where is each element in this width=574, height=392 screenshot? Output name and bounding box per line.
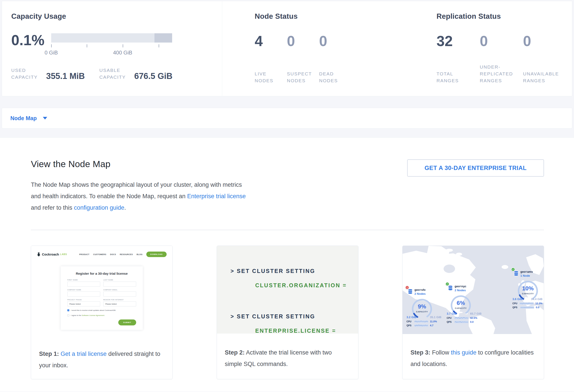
used-capacity-value: 355.1 MiB: [46, 72, 85, 80]
cpu-sparkline: [455, 317, 468, 319]
axis-tick: [51, 44, 52, 47]
node-map-dropdown-label[interactable]: Node Map: [10, 115, 37, 121]
node-map-dropdown[interactable]: Node Map: [2, 108, 572, 129]
capacity-total: 35.1 GiB: [430, 316, 441, 319]
nav-blog: BLOG: [137, 253, 143, 256]
node-map-preview: 1 geo=sfo 2 Nodes: [403, 246, 544, 334]
node-status-title: Node Status: [255, 12, 417, 20]
qps-sparkline: [520, 306, 534, 309]
capacity-usage-section: Capacity Usage 0.1% 0 GiB 400 GiB USED C…: [2, 1, 222, 96]
unavailable-ranges-value: 0: [523, 34, 566, 48]
company-name-label: COMPANY NAME: [67, 289, 100, 291]
chevron-down-icon: [43, 117, 47, 119]
capacity-bar-reserved-segment: [154, 33, 172, 42]
step3-pre-text: Follow: [430, 349, 451, 356]
cpu-label: CPU: [512, 302, 520, 305]
nav-product: PRODUCT: [79, 253, 89, 256]
cluster-summary-panel: Capacity Usage 0.1% 0 GiB 400 GiB USED C…: [2, 1, 572, 96]
locality-nyc: ✓ geo=nyc 2 Nodes: [447, 285, 482, 323]
capacity-percent-value: 6%: [450, 300, 472, 306]
section-divider: [31, 230, 544, 230]
total-ranges-label: TOTAL RANGES: [436, 70, 480, 84]
first-name-label: FIRST NAME: [67, 279, 100, 281]
step3-caption: Step 3: Follow this guide to configure l…: [403, 334, 544, 370]
company-email-field-image: [103, 291, 136, 297]
nav-customers: CUSTOMERS: [93, 253, 106, 256]
submit-button-image: SUBMIT: [118, 319, 136, 325]
capacity-percent-value: 9%: [411, 303, 432, 310]
trial-license-form-preview: Register for a 30-day trial license FIRS…: [61, 266, 143, 330]
locality-nodes: 1 Node: [520, 274, 542, 277]
capacity-total: 65.7 GiB: [470, 312, 482, 315]
checkbox-checked-icon: ✓: [67, 309, 69, 311]
under-replicated-ranges-value: 0: [480, 34, 523, 48]
step1-prefix: Step 1:: [39, 351, 59, 357]
under-replicated-ranges-label: UNDER-REPLICATED RANGES: [480, 63, 523, 84]
database-icon: [448, 285, 454, 291]
intro-text: and refer to this: [31, 204, 74, 211]
sql-arg-2: ENTERPRISE.LICENSE =: [255, 328, 358, 334]
qps-value: 0.0: [470, 320, 473, 323]
download-button-image: DOWNLOAD: [146, 252, 167, 257]
cpu-label: CPU: [407, 320, 414, 323]
node-status-section: Node Status 4 LIVE NODES 0 SUSPECT NODES…: [222, 1, 417, 96]
project-phase-select-image: Please Select: [67, 301, 100, 306]
form-title: Register for a 30-day trial license: [67, 272, 136, 275]
capacity-percent-value: 10%: [517, 285, 538, 292]
company-name-field-image: [67, 291, 100, 297]
capacity-bar: 0 GiB 400 GiB: [51, 33, 172, 58]
enterprise-trial-license-link[interactable]: Enterprise trial license: [187, 193, 246, 200]
project-phase-label: PROJECT PHASE: [67, 299, 100, 300]
checkbox-empty-icon: [67, 314, 69, 316]
dead-nodes-value: 0: [319, 34, 351, 48]
email-updates-checkbox-row: ✓ I would like to receive email updates …: [67, 309, 136, 312]
configuration-guide-link[interactable]: configuration guide: [74, 204, 124, 211]
site-nav: PRODUCT CUSTOMERS DOCS RESOURCES BLOG DO…: [79, 252, 167, 257]
step3-card: 1 geo=sfo 2 Nodes: [402, 246, 544, 379]
locality-sfo: 1 geo=sfo 2 Nodes: [407, 288, 441, 327]
cpu-sparkline: [520, 302, 533, 305]
live-nodes-stat: 4 LIVE NODES: [255, 34, 287, 84]
company-email-label: COMPANY EMAIL: [103, 289, 136, 291]
last-name-label: LAST NAME: [103, 279, 136, 281]
qps-label: QPS: [512, 306, 520, 309]
step3-prefix: Step 3:: [410, 349, 430, 356]
cockroach-icon: [37, 252, 41, 257]
replication-status-section: Replication Status 32 TOTAL RANGES 0 UND…: [417, 1, 572, 96]
locality-name: geo=nyc: [455, 285, 482, 288]
locality-name: geo=sfo: [414, 288, 441, 291]
first-name-field-image: [67, 281, 100, 287]
sql-command-2: > SET CLUSTER SETTING: [231, 313, 358, 320]
step2-card: > SET CLUSTER SETTING CLUSTER.ORGANIZATI…: [217, 246, 358, 379]
dead-nodes-stat: 0 DEAD NODES: [319, 34, 351, 84]
locality-nodes: 2 Nodes: [414, 292, 441, 296]
get-enterprise-trial-button[interactable]: GET A 30-DAY ENTERPRISE TRIAL: [407, 159, 544, 177]
last-name-field-image: [103, 281, 136, 287]
capacity-used: 3.6 GiB: [512, 298, 522, 301]
suspect-nodes-label: SUSPECT NODES: [287, 70, 319, 84]
locality-ams: ✓ geo=ams 1 Node: [512, 270, 542, 309]
get-trial-license-link[interactable]: Get a trial license: [61, 351, 107, 357]
license-agreement-checkbox-row: I agree to the Software License Agreemen…: [67, 314, 136, 317]
node-map-enterprise-panel: View the Node Map The Node Map shows the…: [0, 137, 574, 392]
axis-tick-label: 0 GiB: [44, 50, 58, 56]
reason-label: REASON FOR INTEREST: [103, 299, 136, 300]
this-guide-link[interactable]: this guide: [451, 349, 476, 356]
locality-name: geo=ams: [520, 270, 542, 273]
cpu-value: 42.5%: [470, 317, 477, 319]
locality-nodes: 2 Nodes: [455, 289, 482, 292]
agreement-pre-text: I agree to the: [71, 314, 82, 316]
registration-site-preview: Cockroach LABS PRODUCT CUSTOMERS DOCS RE…: [31, 246, 172, 330]
capacity-caption: CAPACITY: [517, 293, 538, 295]
capacity-axis: 0 GiB 400 GiB: [51, 42, 172, 58]
qps-sparkline: [455, 321, 468, 323]
cockroach-labs-logo: Cockroach LABS: [37, 252, 67, 257]
cpu-value: 11.0%: [430, 320, 437, 323]
axis-tick: [159, 44, 159, 47]
cpu-label: CPU: [447, 317, 455, 319]
nav-resources: RESOURCES: [120, 253, 133, 256]
intro-paragraph: The Node Map shows the geographical layo…: [31, 179, 249, 213]
total-ranges-stat: 32 TOTAL RANGES: [436, 34, 480, 84]
qps-value: 0.0: [536, 306, 539, 309]
step1-card: Cockroach LABS PRODUCT CUSTOMERS DOCS RE…: [31, 246, 173, 379]
